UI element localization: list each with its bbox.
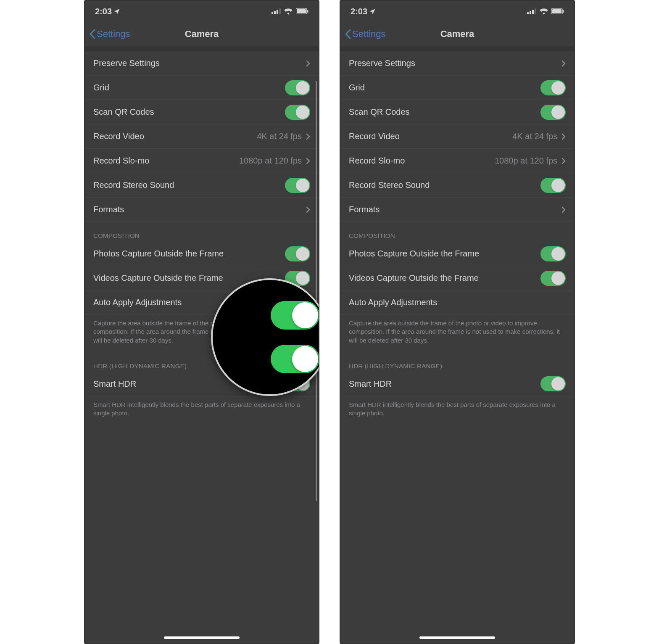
home-indicator[interactable] — [164, 636, 240, 639]
section-header-composition: Composition — [340, 222, 574, 242]
detail-value: 4K at 24 fps — [512, 132, 557, 141]
chevron-right-icon — [561, 60, 566, 67]
row-smart-hdr: Smart HDR — [340, 372, 574, 396]
toggle-smart-hdr[interactable] — [540, 376, 566, 391]
svg-rect-6 — [307, 10, 308, 13]
row-formats[interactable]: Formats — [340, 198, 574, 222]
home-indicator[interactable] — [419, 636, 495, 639]
battery-icon — [551, 8, 564, 14]
nav-bar: Settings Camera — [340, 22, 574, 46]
wifi-icon — [284, 8, 293, 15]
back-button[interactable]: Settings — [340, 29, 386, 40]
label: Scan QR Codes — [93, 107, 285, 117]
location-icon — [113, 8, 120, 15]
label: Record Slo-mo — [349, 156, 495, 166]
svg-rect-8 — [530, 11, 531, 14]
label: Photos Capture Outside the Frame — [349, 249, 540, 259]
back-label: Settings — [97, 29, 130, 40]
status-time: 2:03 — [351, 7, 367, 16]
magnified-toggle-videos[interactable] — [271, 345, 319, 373]
chevron-right-icon — [561, 206, 566, 213]
magnified-toggle-photos[interactable] — [271, 301, 319, 330]
row-photos-outside: Photos Capture Outside the Frame — [340, 242, 574, 266]
section-header-hdr: HDR (High Dynamic Range) — [340, 352, 574, 372]
label: Formats — [349, 205, 561, 214]
status-time: 2:03 — [95, 7, 112, 16]
detail-value: 1080p at 120 fps — [495, 156, 557, 166]
label: Formats — [93, 205, 306, 214]
location-icon — [369, 8, 376, 15]
label: Grid — [93, 83, 285, 92]
status-bar: 2:03 — [85, 1, 319, 22]
svg-rect-0 — [272, 12, 273, 14]
row-preserve-settings[interactable]: Preserve Settings — [340, 51, 574, 76]
svg-rect-7 — [527, 12, 529, 14]
svg-rect-12 — [552, 9, 561, 13]
row-record-video[interactable]: Record Video 4K at 24 fps — [85, 124, 319, 149]
row-auto-apply: Auto Apply Adjustments — [340, 290, 574, 315]
row-videos-outside: Videos Capture Outside the Frame — [340, 266, 574, 290]
toggle-grid[interactable] — [540, 80, 566, 95]
row-qr: Scan QR Codes — [85, 100, 319, 124]
svg-rect-3 — [279, 8, 281, 14]
chevron-right-icon — [561, 133, 566, 140]
cellular-icon — [527, 8, 536, 14]
back-button[interactable]: Settings — [85, 29, 130, 40]
toggle-grid[interactable] — [285, 80, 310, 95]
toggle-photos-outside[interactable] — [285, 246, 310, 261]
row-grid: Grid — [340, 76, 574, 100]
wifi-icon — [540, 8, 548, 15]
label: Scan QR Codes — [349, 107, 540, 117]
phone-right: 2:03 Settings Camera Preser — [340, 0, 575, 644]
label: Preserve Settings — [93, 58, 306, 68]
row-stereo: Record Stereo Sound — [340, 173, 574, 198]
toggle-videos-outside[interactable] — [540, 271, 566, 286]
back-label: Settings — [352, 29, 386, 40]
svg-rect-9 — [532, 10, 534, 14]
svg-rect-1 — [274, 11, 276, 14]
label: Videos Capture Outside the Frame — [349, 273, 540, 283]
label: Record Video — [349, 132, 512, 141]
toggle-qr[interactable] — [285, 105, 310, 120]
row-record-slomo[interactable]: Record Slo-mo 1080p at 120 fps — [340, 149, 574, 173]
settings-list: Preserve Settings Grid Scan QR Codes Rec… — [340, 46, 574, 425]
label: Auto Apply Adjustments — [349, 298, 566, 307]
row-photos-outside: Photos Capture Outside the Frame — [85, 242, 319, 266]
svg-rect-5 — [297, 9, 306, 13]
chevron-right-icon — [306, 206, 310, 213]
row-formats[interactable]: Formats — [85, 198, 319, 222]
row-record-video[interactable]: Record Video 4K at 24 fps — [340, 124, 574, 149]
chevron-right-icon — [306, 158, 310, 164]
cellular-icon — [272, 8, 281, 14]
detail-value: 4K at 24 fps — [257, 132, 302, 141]
label: Preserve Settings — [349, 58, 561, 68]
label: Record Slo-mo — [93, 156, 239, 166]
toggle-photos-outside[interactable] — [540, 246, 566, 261]
svg-rect-10 — [535, 8, 536, 14]
detail-value: 1080p at 120 fps — [239, 156, 302, 166]
phone-left: 2:03 Settings Camera Preser — [84, 0, 319, 644]
toggle-stereo[interactable] — [285, 178, 310, 193]
row-grid: Grid — [85, 76, 319, 100]
scrollbar[interactable] — [316, 81, 317, 501]
label: Record Stereo Sound — [349, 180, 540, 190]
label: Photos Capture Outside the Frame — [93, 249, 285, 259]
section-header-composition: Composition — [85, 222, 319, 242]
chevron-right-icon — [306, 133, 310, 140]
section-footer-hdr: Smart HDR intelligently blends the best … — [340, 396, 574, 425]
row-preserve-settings[interactable]: Preserve Settings — [85, 51, 319, 76]
toggle-stereo[interactable] — [540, 178, 566, 193]
svg-rect-13 — [563, 10, 564, 13]
row-stereo: Record Stereo Sound — [85, 173, 319, 198]
label: Grid — [349, 83, 540, 92]
label: Record Video — [93, 132, 257, 141]
section-footer-composition: Capture the area outside the frame of th… — [340, 315, 574, 352]
row-record-slomo[interactable]: Record Slo-mo 1080p at 120 fps — [85, 149, 319, 173]
toggle-qr[interactable] — [540, 105, 566, 120]
chevron-right-icon — [561, 158, 566, 164]
nav-bar: Settings Camera — [85, 22, 319, 46]
section-footer-hdr: Smart HDR intelligently blends the best … — [85, 396, 319, 425]
status-bar: 2:03 — [340, 1, 574, 22]
row-qr: Scan QR Codes — [340, 100, 574, 124]
label: Record Stereo Sound — [93, 180, 285, 190]
